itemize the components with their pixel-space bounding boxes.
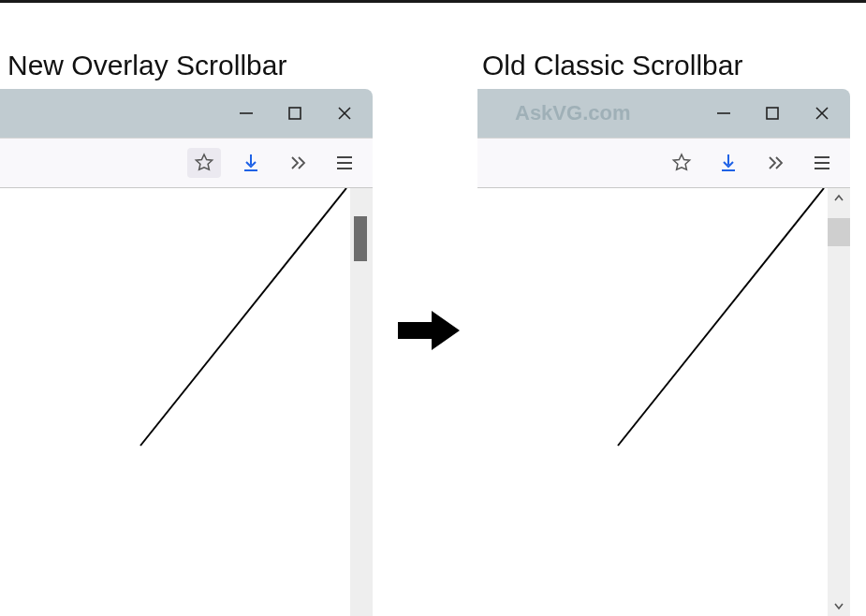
title-bar	[0, 89, 373, 138]
star-icon[interactable]	[187, 148, 221, 178]
classic-scrollbar-thumb[interactable]	[828, 218, 850, 246]
heading-classic: Old Classic Scrollbar	[482, 50, 742, 81]
diagonal-line-graphic	[477, 188, 833, 616]
hamburger-icon[interactable]	[328, 148, 361, 178]
browser-toolbar	[0, 139, 373, 187]
page-content	[477, 188, 828, 616]
diagonal-line-graphic	[0, 188, 356, 616]
chevron-double-right-icon[interactable]	[758, 148, 792, 178]
hamburger-icon[interactable]	[805, 148, 839, 178]
close-button[interactable]	[813, 104, 831, 123]
browser-toolbar	[477, 139, 850, 187]
scrollbar-track[interactable]	[828, 209, 850, 595]
maximize-button[interactable]	[286, 105, 303, 122]
svg-marker-9	[398, 311, 460, 350]
svg-line-18	[618, 188, 824, 446]
svg-rect-1	[289, 108, 301, 119]
minimize-button[interactable]	[715, 105, 732, 122]
watermark-text: AskVG.com	[515, 101, 631, 125]
maximize-button[interactable]	[764, 105, 781, 122]
title-bar: AskVG.com	[477, 89, 850, 138]
star-icon[interactable]	[665, 148, 698, 178]
close-button[interactable]	[335, 104, 354, 123]
heading-overlay: New Overlay Scrollbar	[7, 50, 286, 81]
window-classic-example: AskVG.com	[477, 89, 850, 616]
page-content	[0, 188, 350, 616]
svg-line-8	[140, 188, 346, 446]
window-overlay-example	[0, 89, 373, 616]
minimize-button[interactable]	[238, 105, 255, 122]
chevron-double-right-icon[interactable]	[281, 148, 315, 178]
downloads-icon[interactable]	[712, 148, 745, 178]
scroll-down-arrow-icon[interactable]	[828, 595, 850, 616]
downloads-icon[interactable]	[234, 148, 268, 178]
arrow-right-icon	[398, 307, 463, 358]
overlay-scrollbar[interactable]	[350, 188, 373, 616]
classic-scrollbar[interactable]	[828, 188, 850, 616]
overlay-scrollbar-thumb[interactable]	[354, 216, 367, 261]
svg-rect-11	[767, 108, 778, 119]
scroll-up-arrow-icon[interactable]	[828, 188, 850, 209]
